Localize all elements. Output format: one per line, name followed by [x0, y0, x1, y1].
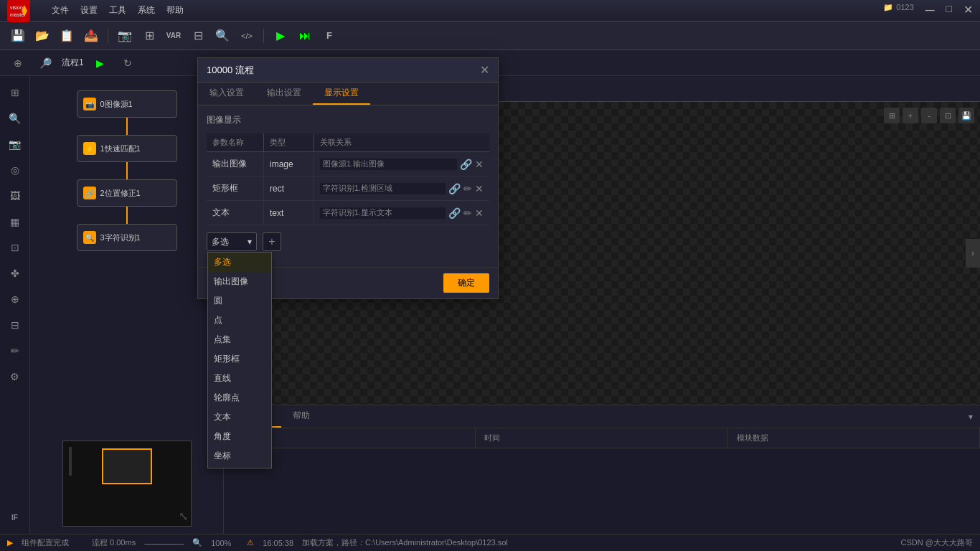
network-icon[interactable]: ⊕: [7, 52, 29, 74]
tb-grid-button[interactable]: ⊞: [138, 26, 160, 46]
sidebar-code2-icon[interactable]: ⊕: [4, 288, 26, 310]
row-0-link-icon[interactable]: 🔗: [460, 159, 472, 170]
menu-help[interactable]: 帮助: [166, 4, 184, 17]
sidebar-layers-icon[interactable]: ▦: [4, 211, 26, 232]
option-angle[interactable]: 角度: [208, 427, 271, 446]
tb-play-button[interactable]: ▶: [270, 26, 291, 46]
fit-image-button[interactable]: ⊞: [884, 108, 900, 123]
dialog-close-button[interactable]: ✕: [480, 63, 489, 77]
sidebar-search-icon[interactable]: 🔍: [4, 108, 26, 129]
row-2-input[interactable]: [320, 207, 446, 219]
reset-zoom-button[interactable]: ⊡: [940, 108, 956, 123]
zoom-in-button[interactable]: +: [903, 108, 918, 123]
status-zoom: 100%: [211, 539, 231, 547]
menu-tools[interactable]: 工具: [109, 4, 126, 17]
tb-save-button[interactable]: 💾: [7, 26, 29, 46]
option-rect[interactable]: 矩形框: [208, 349, 271, 369]
option-pointset[interactable]: 点集: [208, 330, 271, 349]
type-select-button[interactable]: 多选 ▾ 多选 输出图像 圆 点 点集 矩形框 直线 轮廓点: [207, 232, 257, 251]
close-button[interactable]: ✕: [963, 3, 973, 18]
menu-items: 文件 设置 工具 系统 帮助: [52, 4, 184, 17]
option-text[interactable]: 文本: [208, 408, 271, 427]
canvas-area: 📷 0图像源1 ⚡ 1快速匹配1 🔗 2位置修正1 🔍 3字符识别1: [30, 76, 224, 534]
menu-system[interactable]: 系统: [138, 4, 155, 17]
dialog-tab-input[interactable]: 输入设置: [198, 83, 255, 105]
tb-f-button[interactable]: F: [319, 26, 340, 46]
row-2-edit-icon[interactable]: ✏: [463, 207, 472, 219]
confirm-button[interactable]: 确定: [443, 273, 489, 293]
row-2-delete-icon[interactable]: ✕: [475, 207, 484, 219]
tb-new-button[interactable]: 📋: [56, 26, 77, 46]
sidebar-grid2-icon[interactable]: ⊟: [4, 314, 26, 336]
node-0[interactable]: 📷 0图像源1: [77, 90, 177, 118]
node-2[interactable]: 🔗 2位置修正1: [77, 179, 177, 207]
bottom-panel-collapse[interactable]: ▾: [969, 412, 980, 422]
nav-arrow-right[interactable]: ›: [966, 239, 980, 268]
tb-var-button[interactable]: VAR: [163, 26, 184, 46]
sidebar-image-icon[interactable]: 🖼: [4, 185, 26, 207]
menu-file[interactable]: 文件: [52, 4, 69, 17]
menu-settings[interactable]: 设置: [80, 4, 98, 17]
thumbnail-area: ⤡: [62, 441, 192, 527]
section-title: 图像显示: [207, 114, 489, 126]
sidebar-network-icon[interactable]: ⊞: [4, 82, 26, 103]
save-image-button[interactable]: 💾: [958, 108, 974, 123]
row-1-edit-icon[interactable]: ✏: [463, 183, 472, 194]
row-1-link-icon[interactable]: 🔗: [448, 183, 461, 194]
tb-split-button[interactable]: ⊟: [187, 26, 209, 46]
row-1-delete-icon[interactable]: ✕: [475, 183, 484, 194]
zoom-out-button[interactable]: -: [921, 108, 937, 123]
search-flow-icon[interactable]: 🔎: [34, 52, 56, 74]
sidebar-transform-icon[interactable]: ✤: [4, 263, 26, 284]
dialog-tab-display[interactable]: 显示设置: [313, 83, 370, 105]
row-0-input[interactable]: [320, 159, 457, 170]
node-1-label: 1快速匹配1: [100, 143, 141, 154]
option-multi[interactable]: 多选: [208, 253, 271, 272]
tb-code-button[interactable]: </>: [236, 26, 258, 46]
option-output-image[interactable]: 输出图像: [208, 272, 271, 291]
option-line[interactable]: 直线: [208, 369, 271, 388]
tb-zoom-button[interactable]: 🔍: [212, 26, 233, 46]
row-1-type: rect: [264, 176, 314, 200]
maximize-button[interactable]: □: [946, 3, 952, 18]
dialog-tab-output[interactable]: 输出设置: [255, 83, 313, 105]
row-2-link-icon[interactable]: 🔗: [448, 207, 461, 219]
status-separator: —————: [144, 539, 184, 547]
tb-camera-button[interactable]: 📷: [114, 26, 136, 46]
row-1-input[interactable]: [320, 183, 446, 194]
option-all-image[interactable]: 全部图像: [208, 466, 271, 468]
sidebar-if-icon[interactable]: IF: [4, 507, 26, 528]
select-chevron-icon: ▾: [248, 237, 252, 247]
tab-help[interactable]: 帮助: [281, 405, 321, 428]
row-0-delete-icon[interactable]: ✕: [475, 159, 484, 170]
sidebar-crop-icon[interactable]: ⊡: [4, 237, 26, 258]
node-1[interactable]: ⚡ 1快速匹配1: [77, 135, 177, 162]
flow-refresh-button[interactable]: ↻: [117, 52, 138, 74]
col-param-name: 参数名称: [207, 133, 264, 151]
left-sidebar: ⊞ 🔍 📷 ◎ 🖼 ▦ ⊡ ✤ ⊕ ⊟ ✏ ⚙ IF: [0, 76, 30, 534]
sidebar-settings-icon[interactable]: ⚙: [4, 366, 26, 387]
node-0-icon: 📷: [83, 98, 96, 110]
tb-open-button[interactable]: 📂: [32, 26, 53, 46]
arrow-2-3: [126, 207, 128, 224]
minimize-button[interactable]: ─: [925, 3, 935, 18]
sidebar-target-icon[interactable]: ◎: [4, 159, 26, 181]
node-3[interactable]: 🔍 3字符识别1: [77, 224, 177, 251]
add-param-button[interactable]: +: [263, 232, 281, 251]
flow-play-button[interactable]: ▶: [90, 52, 111, 74]
option-coord[interactable]: 坐标: [208, 446, 271, 466]
option-circle[interactable]: 圆: [208, 291, 271, 311]
option-point[interactable]: 点: [208, 311, 271, 330]
resize-handle: ⤡: [179, 509, 188, 523]
tb-export-button[interactable]: 📤: [80, 26, 102, 46]
dropdown-menu: 多选 输出图像 圆 点 点集 矩形框 直线 轮廓点 文本 角度 坐标 全部图像: [207, 252, 272, 468]
status-bar: ▶ 组件配置完成 流程 0.00ms ————— 🔍 100% ⚠ 16:05:…: [0, 534, 980, 551]
param-table-header: 参数名称 类型 关联关系: [207, 133, 489, 152]
param-row-0: 输出图像 image 🔗 ✕: [207, 152, 489, 176]
sidebar-camera-icon[interactable]: 📷: [4, 133, 26, 155]
sidebar-draw-icon[interactable]: ✏: [4, 340, 26, 362]
tb-play2-button[interactable]: ⏭: [294, 26, 316, 46]
window-controls: 📁0123 ─ □ ✕: [883, 3, 973, 18]
status-watermark: CSDN @大大大路哥: [901, 537, 973, 548]
option-contour[interactable]: 轮廓点: [208, 388, 271, 408]
